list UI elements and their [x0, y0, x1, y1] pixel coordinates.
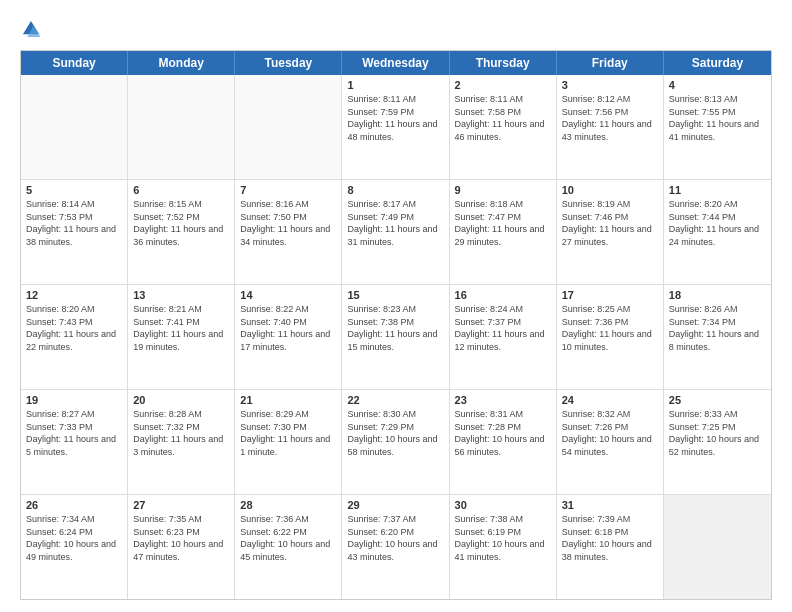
day-number: 7 [240, 184, 336, 196]
calendar-row-3: 19Sunrise: 8:27 AM Sunset: 7:33 PM Dayli… [21, 390, 771, 495]
cell-info: Sunrise: 8:15 AM Sunset: 7:52 PM Dayligh… [133, 198, 229, 248]
day-number: 24 [562, 394, 658, 406]
day-number: 8 [347, 184, 443, 196]
day-number: 29 [347, 499, 443, 511]
day-header-friday: Friday [557, 51, 664, 75]
cal-cell: 23Sunrise: 8:31 AM Sunset: 7:28 PM Dayli… [450, 390, 557, 494]
cell-info: Sunrise: 7:37 AM Sunset: 6:20 PM Dayligh… [347, 513, 443, 563]
header [20, 18, 772, 40]
cal-cell: 7Sunrise: 8:16 AM Sunset: 7:50 PM Daylig… [235, 180, 342, 284]
calendar-row-0: 1Sunrise: 8:11 AM Sunset: 7:59 PM Daylig… [21, 75, 771, 180]
day-header-sunday: Sunday [21, 51, 128, 75]
cal-cell [21, 75, 128, 179]
day-header-monday: Monday [128, 51, 235, 75]
page: SundayMondayTuesdayWednesdayThursdayFrid… [0, 0, 792, 612]
day-number: 1 [347, 79, 443, 91]
day-number: 23 [455, 394, 551, 406]
cell-info: Sunrise: 8:22 AM Sunset: 7:40 PM Dayligh… [240, 303, 336, 353]
cal-cell: 10Sunrise: 8:19 AM Sunset: 7:46 PM Dayli… [557, 180, 664, 284]
cell-info: Sunrise: 8:29 AM Sunset: 7:30 PM Dayligh… [240, 408, 336, 458]
day-number: 3 [562, 79, 658, 91]
day-number: 9 [455, 184, 551, 196]
day-header-thursday: Thursday [450, 51, 557, 75]
day-number: 14 [240, 289, 336, 301]
day-header-wednesday: Wednesday [342, 51, 449, 75]
day-number: 6 [133, 184, 229, 196]
cell-info: Sunrise: 8:23 AM Sunset: 7:38 PM Dayligh… [347, 303, 443, 353]
cal-cell: 9Sunrise: 8:18 AM Sunset: 7:47 PM Daylig… [450, 180, 557, 284]
cell-info: Sunrise: 8:20 AM Sunset: 7:43 PM Dayligh… [26, 303, 122, 353]
day-number: 12 [26, 289, 122, 301]
cell-info: Sunrise: 8:26 AM Sunset: 7:34 PM Dayligh… [669, 303, 766, 353]
cal-cell: 17Sunrise: 8:25 AM Sunset: 7:36 PM Dayli… [557, 285, 664, 389]
cell-info: Sunrise: 8:12 AM Sunset: 7:56 PM Dayligh… [562, 93, 658, 143]
cal-cell: 6Sunrise: 8:15 AM Sunset: 7:52 PM Daylig… [128, 180, 235, 284]
day-number: 15 [347, 289, 443, 301]
day-number: 11 [669, 184, 766, 196]
cal-cell: 4Sunrise: 8:13 AM Sunset: 7:55 PM Daylig… [664, 75, 771, 179]
day-header-tuesday: Tuesday [235, 51, 342, 75]
day-number: 26 [26, 499, 122, 511]
cell-info: Sunrise: 7:36 AM Sunset: 6:22 PM Dayligh… [240, 513, 336, 563]
day-number: 5 [26, 184, 122, 196]
cell-info: Sunrise: 8:24 AM Sunset: 7:37 PM Dayligh… [455, 303, 551, 353]
day-number: 17 [562, 289, 658, 301]
day-number: 4 [669, 79, 766, 91]
cal-cell: 25Sunrise: 8:33 AM Sunset: 7:25 PM Dayli… [664, 390, 771, 494]
cell-info: Sunrise: 8:20 AM Sunset: 7:44 PM Dayligh… [669, 198, 766, 248]
cell-info: Sunrise: 8:14 AM Sunset: 7:53 PM Dayligh… [26, 198, 122, 248]
cal-cell: 24Sunrise: 8:32 AM Sunset: 7:26 PM Dayli… [557, 390, 664, 494]
cell-info: Sunrise: 7:35 AM Sunset: 6:23 PM Dayligh… [133, 513, 229, 563]
cell-info: Sunrise: 8:30 AM Sunset: 7:29 PM Dayligh… [347, 408, 443, 458]
cal-cell: 26Sunrise: 7:34 AM Sunset: 6:24 PM Dayli… [21, 495, 128, 599]
cal-cell: 22Sunrise: 8:30 AM Sunset: 7:29 PM Dayli… [342, 390, 449, 494]
calendar: SundayMondayTuesdayWednesdayThursdayFrid… [20, 50, 772, 600]
cell-info: Sunrise: 8:27 AM Sunset: 7:33 PM Dayligh… [26, 408, 122, 458]
cal-cell: 28Sunrise: 7:36 AM Sunset: 6:22 PM Dayli… [235, 495, 342, 599]
day-number: 20 [133, 394, 229, 406]
cal-cell: 20Sunrise: 8:28 AM Sunset: 7:32 PM Dayli… [128, 390, 235, 494]
cal-cell: 1Sunrise: 8:11 AM Sunset: 7:59 PM Daylig… [342, 75, 449, 179]
cal-cell: 30Sunrise: 7:38 AM Sunset: 6:19 PM Dayli… [450, 495, 557, 599]
logo-icon [20, 18, 42, 40]
day-number: 21 [240, 394, 336, 406]
cell-info: Sunrise: 8:11 AM Sunset: 7:59 PM Dayligh… [347, 93, 443, 143]
day-number: 28 [240, 499, 336, 511]
day-header-saturday: Saturday [664, 51, 771, 75]
cal-cell: 27Sunrise: 7:35 AM Sunset: 6:23 PM Dayli… [128, 495, 235, 599]
calendar-header: SundayMondayTuesdayWednesdayThursdayFrid… [21, 51, 771, 75]
cal-cell: 5Sunrise: 8:14 AM Sunset: 7:53 PM Daylig… [21, 180, 128, 284]
day-number: 16 [455, 289, 551, 301]
cal-cell [128, 75, 235, 179]
cal-cell: 11Sunrise: 8:20 AM Sunset: 7:44 PM Dayli… [664, 180, 771, 284]
cell-info: Sunrise: 8:28 AM Sunset: 7:32 PM Dayligh… [133, 408, 229, 458]
cell-info: Sunrise: 7:39 AM Sunset: 6:18 PM Dayligh… [562, 513, 658, 563]
cell-info: Sunrise: 8:31 AM Sunset: 7:28 PM Dayligh… [455, 408, 551, 458]
cal-cell: 18Sunrise: 8:26 AM Sunset: 7:34 PM Dayli… [664, 285, 771, 389]
cal-cell: 16Sunrise: 8:24 AM Sunset: 7:37 PM Dayli… [450, 285, 557, 389]
cal-cell: 8Sunrise: 8:17 AM Sunset: 7:49 PM Daylig… [342, 180, 449, 284]
day-number: 30 [455, 499, 551, 511]
day-number: 27 [133, 499, 229, 511]
cell-info: Sunrise: 8:19 AM Sunset: 7:46 PM Dayligh… [562, 198, 658, 248]
day-number: 25 [669, 394, 766, 406]
cell-info: Sunrise: 7:34 AM Sunset: 6:24 PM Dayligh… [26, 513, 122, 563]
cell-info: Sunrise: 8:32 AM Sunset: 7:26 PM Dayligh… [562, 408, 658, 458]
cal-cell: 29Sunrise: 7:37 AM Sunset: 6:20 PM Dayli… [342, 495, 449, 599]
cal-cell: 19Sunrise: 8:27 AM Sunset: 7:33 PM Dayli… [21, 390, 128, 494]
cell-info: Sunrise: 8:33 AM Sunset: 7:25 PM Dayligh… [669, 408, 766, 458]
day-number: 31 [562, 499, 658, 511]
cell-info: Sunrise: 7:38 AM Sunset: 6:19 PM Dayligh… [455, 513, 551, 563]
day-number: 22 [347, 394, 443, 406]
cell-info: Sunrise: 8:25 AM Sunset: 7:36 PM Dayligh… [562, 303, 658, 353]
calendar-row-4: 26Sunrise: 7:34 AM Sunset: 6:24 PM Dayli… [21, 495, 771, 599]
logo [20, 18, 46, 40]
cal-cell: 14Sunrise: 8:22 AM Sunset: 7:40 PM Dayli… [235, 285, 342, 389]
day-number: 18 [669, 289, 766, 301]
cal-cell: 3Sunrise: 8:12 AM Sunset: 7:56 PM Daylig… [557, 75, 664, 179]
day-number: 10 [562, 184, 658, 196]
cal-cell: 2Sunrise: 8:11 AM Sunset: 7:58 PM Daylig… [450, 75, 557, 179]
day-number: 2 [455, 79, 551, 91]
calendar-body: 1Sunrise: 8:11 AM Sunset: 7:59 PM Daylig… [21, 75, 771, 599]
cal-cell [664, 495, 771, 599]
